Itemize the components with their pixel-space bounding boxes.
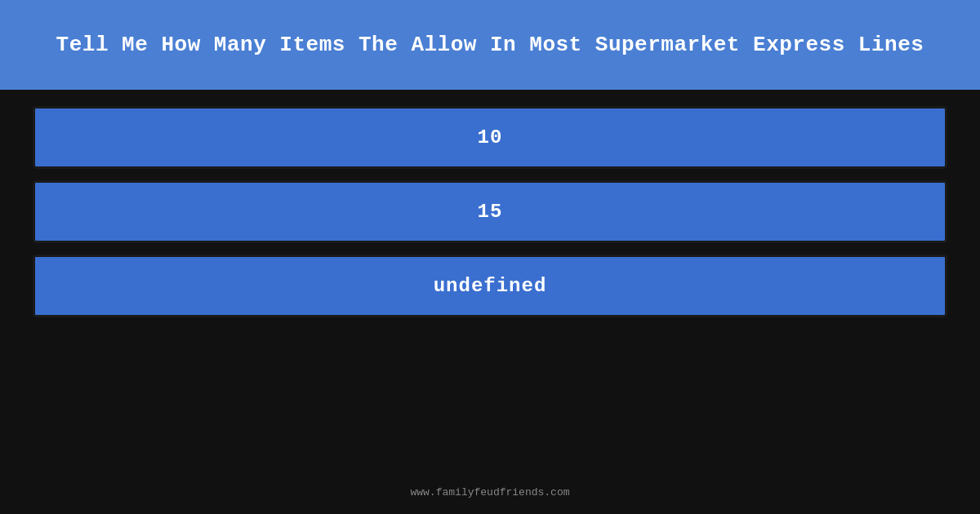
answer-button-2[interactable]: 15: [33, 180, 947, 243]
question-title: Tell Me How Many Items The Allow In Most…: [56, 33, 924, 57]
answer-button-1[interactable]: 10: [33, 106, 947, 169]
question-header: Tell Me How Many Items The Allow In Most…: [0, 0, 980, 90]
answers-container: 1015undefined: [0, 90, 980, 514]
answer-button-3[interactable]: undefined: [33, 255, 947, 317]
footer: www.familyfeudfriends.com: [0, 476, 980, 507]
footer-url: www.familyfeudfriends.com: [410, 486, 569, 498]
